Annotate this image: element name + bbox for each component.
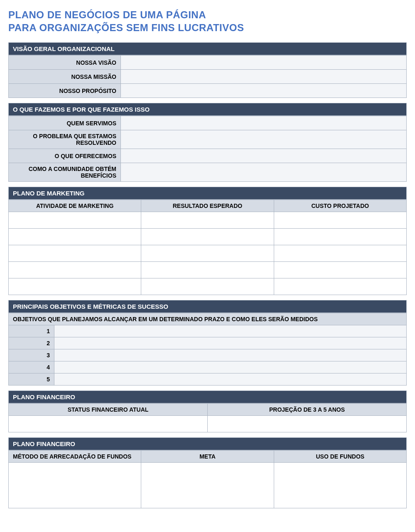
row-value[interactable] — [121, 116, 407, 130]
table-row: QUEM SERVIMOS — [9, 116, 407, 130]
table-row — [9, 416, 407, 432]
cell-result[interactable] — [141, 229, 274, 245]
row-value[interactable] — [121, 149, 407, 163]
what-we-do-table: QUEM SERVIMOS O PROBLEMA QUE ESTAMOS RES… — [8, 116, 407, 182]
row-value[interactable] — [121, 130, 407, 149]
obj-number: 1 — [9, 325, 54, 337]
cell-method[interactable] — [9, 463, 141, 508]
section-financial: PLANO FINANCEIRO STATUS FINANCEIRO ATUAL… — [8, 390, 407, 432]
table-row: 4 — [9, 361, 407, 373]
section-header-what: O QUE FAZEMOS E POR QUE FAZEMOS ISSO — [8, 103, 407, 116]
table-header-row: ATIVIDADE DE MARKETING RESULTADO ESPERAD… — [9, 200, 407, 212]
section-header-objectives: PRINCIPAIS OBJETIVOS E MÉTRICAS DE SUCES… — [8, 300, 407, 313]
obj-value[interactable] — [54, 349, 407, 361]
section-header-marketing: PLANO DE MARKETING — [8, 187, 407, 200]
objectives-subheader: OBJETIVOS QUE PLANEJAMOS ALCANÇAR EM UM … — [9, 313, 407, 325]
cell-cost[interactable] — [274, 278, 406, 295]
cell-activity[interactable] — [9, 245, 141, 262]
row-label: O QUE OFERECEMOS — [9, 149, 121, 163]
cell-activity[interactable] — [9, 262, 141, 278]
objectives-table: OBJETIVOS QUE PLANEJAMOS ALCANÇAR EM UM … — [8, 313, 407, 386]
col-header-activity: ATIVIDADE DE MARKETING — [9, 200, 141, 212]
obj-value[interactable] — [54, 325, 407, 337]
table-row — [9, 212, 407, 229]
table-row: 5 — [9, 373, 407, 386]
section-header-financial: PLANO FINANCEIRO — [8, 390, 407, 403]
cell-activity[interactable] — [9, 229, 141, 245]
cell-result[interactable] — [141, 245, 274, 262]
table-row — [9, 245, 407, 262]
cell-result[interactable] — [141, 262, 274, 278]
section-fundraising: PLANO FINANCEIRO MÉTODO DE ARRECADAÇÃO D… — [8, 437, 407, 508]
cell-projection[interactable] — [208, 416, 407, 432]
cell-cost[interactable] — [274, 245, 406, 262]
table-row — [9, 229, 407, 245]
row-value[interactable] — [121, 70, 407, 84]
cell-use[interactable] — [274, 463, 406, 508]
table-row: O QUE OFERECEMOS — [9, 149, 407, 163]
table-row — [9, 262, 407, 278]
page-title: PLANO DE NEGÓCIOS DE UMA PÁGINA PARA ORG… — [8, 8, 407, 34]
table-row: COMO A COMUNIDADE OBTÉM BENEFÍCIOS — [9, 163, 407, 182]
section-objectives: PRINCIPAIS OBJETIVOS E MÉTRICAS DE SUCES… — [8, 300, 407, 386]
table-subheader-row: OBJETIVOS QUE PLANEJAMOS ALCANÇAR EM UM … — [9, 313, 407, 325]
col-header-use: USO DE FUNDOS — [274, 451, 406, 463]
table-header-row: STATUS FINANCEIRO ATUAL PROJEÇÃO DE 3 A … — [9, 404, 407, 416]
table-row: 3 — [9, 349, 407, 361]
col-header-result: RESULTADO ESPERADO — [141, 200, 274, 212]
table-row: NOSSO PROPÓSITO — [9, 84, 407, 98]
obj-number: 4 — [9, 361, 54, 373]
section-org-overview: VISÃO GERAL ORGANIZACIONAL NOSSA VISÃO N… — [8, 42, 407, 98]
row-label: O PROBLEMA QUE ESTAMOS RESOLVENDO — [9, 130, 121, 149]
table-row: 1 — [9, 325, 407, 337]
title-line-1: PLANO DE NEGÓCIOS DE UMA PÁGINA — [8, 9, 206, 20]
cell-status[interactable] — [9, 416, 208, 432]
table-row: 2 — [9, 337, 407, 349]
section-header-fundraising: PLANO FINANCEIRO — [8, 437, 407, 450]
row-value[interactable] — [121, 84, 407, 98]
cell-cost[interactable] — [274, 229, 406, 245]
org-overview-table: NOSSA VISÃO NOSSA MISSÃO NOSSO PROPÓSITO — [8, 55, 407, 98]
row-label: COMO A COMUNIDADE OBTÉM BENEFÍCIOS — [9, 163, 121, 182]
fundraising-table: MÉTODO DE ARRECADAÇÃO DE FUNDOS META USO… — [8, 450, 407, 508]
obj-number: 5 — [9, 373, 54, 386]
col-header-status: STATUS FINANCEIRO ATUAL — [9, 404, 208, 416]
marketing-table: ATIVIDADE DE MARKETING RESULTADO ESPERAD… — [8, 200, 407, 295]
table-row: O PROBLEMA QUE ESTAMOS RESOLVENDO — [9, 130, 407, 149]
row-label: NOSSO PROPÓSITO — [9, 84, 121, 98]
table-header-row: MÉTODO DE ARRECADAÇÃO DE FUNDOS META USO… — [9, 451, 407, 463]
financial-table: STATUS FINANCEIRO ATUAL PROJEÇÃO DE 3 A … — [8, 403, 407, 432]
col-header-goal: META — [141, 451, 274, 463]
col-header-cost: CUSTO PROJETADO — [274, 200, 406, 212]
table-row: NOSSA MISSÃO — [9, 70, 407, 84]
col-header-method: MÉTODO DE ARRECADAÇÃO DE FUNDOS — [9, 451, 141, 463]
cell-activity[interactable] — [9, 212, 141, 229]
cell-cost[interactable] — [274, 262, 406, 278]
cell-result[interactable] — [141, 212, 274, 229]
obj-number: 3 — [9, 349, 54, 361]
table-row: NOSSA VISÃO — [9, 56, 407, 70]
obj-value[interactable] — [54, 361, 407, 373]
col-header-projection: PROJEÇÃO DE 3 A 5 ANOS — [208, 404, 407, 416]
obj-number: 2 — [9, 337, 54, 349]
obj-value[interactable] — [54, 373, 407, 386]
row-value[interactable] — [121, 163, 407, 182]
title-line-2: PARA ORGANIZAÇÕES SEM FINS LUCRATIVOS — [8, 22, 244, 33]
section-header-org: VISÃO GERAL ORGANIZACIONAL — [8, 42, 407, 55]
table-row — [9, 463, 407, 508]
row-label: QUEM SERVIMOS — [9, 116, 121, 130]
section-marketing: PLANO DE MARKETING ATIVIDADE DE MARKETIN… — [8, 187, 407, 295]
row-value[interactable] — [121, 56, 407, 70]
table-row — [9, 278, 407, 295]
cell-activity[interactable] — [9, 278, 141, 295]
cell-goal[interactable] — [141, 463, 274, 508]
cell-result[interactable] — [141, 278, 274, 295]
row-label: NOSSA MISSÃO — [9, 70, 121, 84]
section-what-we-do: O QUE FAZEMOS E POR QUE FAZEMOS ISSO QUE… — [8, 103, 407, 182]
obj-value[interactable] — [54, 337, 407, 349]
cell-cost[interactable] — [274, 212, 406, 229]
row-label: NOSSA VISÃO — [9, 56, 121, 70]
